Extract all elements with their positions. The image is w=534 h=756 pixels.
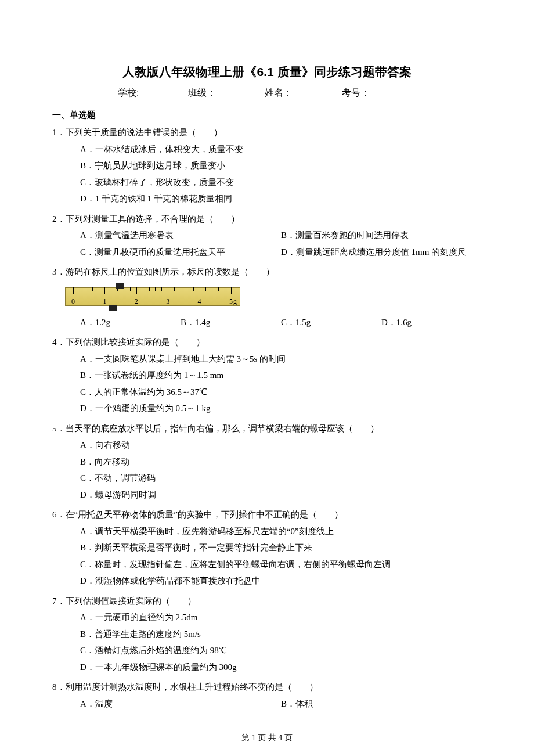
option: B．向左移动 — [80, 453, 482, 470]
question-number: 7． — [52, 593, 66, 610]
option: C．不动，调节游码 — [80, 470, 482, 487]
question-options: A．1.2gB．1.4gC．1.5gD．1.6g — [80, 314, 482, 331]
question-options: A．向右移动B．向左移动C．不动，调节游码D．螺母游码同时调 — [80, 437, 482, 503]
option: B．一张试卷纸的厚度约为 1～1.5 mm — [80, 367, 482, 384]
question-options: A．一支圆珠笔从课桌上掉到地上大约需 3～5s 的时间B．一张试卷纸的厚度约为 … — [80, 351, 482, 417]
question-options: A．测量气温选用寒暑表B．测量百米赛跑的时间选用停表C．测量几枚硬币的质量选用托… — [80, 227, 482, 260]
answer-paren: （ ） — [187, 128, 222, 137]
option: A．测量气温选用寒暑表 — [80, 227, 281, 244]
question-number: 3． — [52, 264, 66, 280]
question: 7．下列估测值最接近实际的（ ）A．一元硬币的直径约为 2.5dmB．普通学生走… — [52, 593, 482, 676]
option: C．人的正常体温约为 36.5～37℃ — [80, 384, 482, 401]
question-stem: 利用温度计测热水温度时，水银柱上升过程始终不变的是（ ） — [66, 679, 482, 696]
option: A．向右移动 — [80, 437, 482, 453]
question-stem: 下列对测量工具的选择，不合理的是（ ） — [66, 211, 482, 228]
answer-paren: （ ） — [308, 510, 343, 519]
student-info-line: 学校: 班级： 姓名： 考号： — [52, 87, 482, 99]
answer-paren: （ ） — [283, 682, 318, 692]
option: C．称量时，发现指针偏左，应将左侧的平衡螺母向右调，右侧的平衡螺母向左调 — [80, 556, 482, 573]
question-stem: 下列估测比较接近实际的是（ ） — [66, 334, 482, 351]
question-stem: 下列估测值最接近实际的（ ） — [66, 593, 482, 610]
label-name: 姓名： — [265, 88, 293, 98]
question-number: 1． — [52, 124, 66, 141]
option: A．1.2g — [80, 314, 181, 331]
question-number: 8． — [52, 679, 66, 696]
answer-paren: （ ） — [240, 267, 275, 276]
question-stem: 下列关于质量的说法中错误的是（ ） — [66, 124, 482, 141]
page-footer: 第 1 页 共 4 页 — [52, 733, 482, 743]
question: 2．下列对测量工具的选择，不合理的是（ ）A．测量气温选用寒暑表B．测量百米赛跑… — [52, 211, 482, 261]
blank-examno — [370, 99, 416, 99]
option: B．测量百米赛跑的时间选用停表 — [281, 227, 482, 244]
section-heading: 一、单选题 — [52, 110, 482, 121]
question-options: A．调节天平横梁平衡时，应先将游码移至标尺左端的“0”刻度线上B．判断天平横梁是… — [80, 523, 482, 589]
question-stem: 在“用托盘天平称物体的质量”的实验中，下列操作中不正确的是（ ） — [66, 506, 482, 523]
option: C．玻璃杯打碎了，形状改变，质量不变 — [80, 174, 482, 191]
question: 4．下列估测比较接近实际的是（ ）A．一支圆珠笔从课桌上掉到地上大约需 3～5s… — [52, 334, 482, 417]
document-page: 人教版八年级物理上册《6.1 质量》同步练习题带答案 学校: 班级： 姓名： 考… — [0, 0, 534, 756]
option: C．酒精灯点燃后外焰的温度约为 98℃ — [80, 642, 482, 659]
option: D．一个鸡蛋的质量约为 0.5～1 kg — [80, 400, 482, 417]
option: A．一杯水结成冰后，体积变大，质量不变 — [80, 141, 482, 158]
question-number: 4． — [52, 334, 66, 351]
label-school: 学校: — [118, 88, 139, 98]
option: A．调节天平横梁平衡时，应先将游码移至标尺左端的“0”刻度线上 — [80, 523, 482, 540]
label-examno: 考号： — [342, 88, 370, 98]
question-stem: 游码在标尺上的位置如图所示，标尺的读数是（ ） — [66, 264, 482, 280]
blank-name — [293, 99, 339, 99]
option: B．宇航员从地球到达月球，质量变小 — [80, 157, 482, 174]
answer-paren: （ ） — [344, 424, 379, 433]
option: A．一支圆珠笔从课桌上掉到地上大约需 3～5s 的时间 — [80, 351, 482, 368]
option: D．潮湿物体或化学药品都不能直接放在托盘中 — [80, 573, 482, 589]
blank-class — [216, 99, 262, 99]
question-stem: 当天平的底座放水平以后，指针向右偏，那么，调节横梁右端的螺母应该（ ） — [66, 420, 482, 437]
answer-paren: （ ） — [161, 596, 196, 606]
question-options: A．一元硬币的直径约为 2.5dmB．普通学生走路的速度约 5m/sC．酒精灯点… — [80, 609, 482, 675]
option: D．螺母游码同时调 — [80, 487, 482, 503]
question-number: 2． — [52, 211, 66, 228]
question: 3．游码在标尺上的位置如图所示，标尺的读数是（ ）012345gA．1.2gB．… — [52, 264, 482, 330]
question-number: 5． — [52, 420, 66, 437]
option: D．1.6g — [381, 314, 482, 331]
option: C．1.5g — [281, 314, 381, 331]
option: D．一本九年级物理课本的质量约为 300g — [80, 659, 482, 676]
label-class: 班级： — [188, 88, 216, 98]
question-number: 6． — [52, 506, 66, 523]
option: B．普通学生走路的速度约 5m/s — [80, 626, 482, 643]
question-options: A．一杯水结成冰后，体积变大，质量不变B．宇航员从地球到达月球，质量变小C．玻璃… — [80, 141, 482, 207]
answer-paren: （ ） — [205, 214, 240, 224]
question: 1．下列关于质量的说法中错误的是（ ）A．一杯水结成冰后，体积变大，质量不变B．… — [52, 124, 482, 207]
option: C．测量几枚硬币的质量选用托盘天平 — [80, 244, 281, 261]
option: B．体积 — [281, 696, 482, 712]
option: B．1.4g — [181, 314, 281, 331]
blank-school — [139, 99, 186, 99]
question: 5．当天平的底座放水平以后，指针向右偏，那么，调节横梁右端的螺母应该（ ）A．向… — [52, 420, 482, 503]
option: B．判断天平横梁是否平衡时，不一定要等指针完全静止下来 — [80, 539, 482, 556]
questions-container: 1．下列关于质量的说法中错误的是（ ）A．一杯水结成冰后，体积变大，质量不变B．… — [52, 124, 482, 712]
option: D．测量跳远距离成绩选用分度值 1mm 的刻度尺 — [281, 244, 482, 261]
page-title: 人教版八年级物理上册《6.1 质量》同步练习题带答案 — [52, 64, 482, 80]
option: A．温度 — [80, 696, 281, 712]
question: 8．利用温度计测热水温度时，水银柱上升过程始终不变的是（ ）A．温度B．体积 — [52, 679, 482, 712]
question-options: A．温度B．体积 — [80, 696, 482, 712]
option: D．1 千克的铁和 1 千克的棉花质量相同 — [80, 190, 482, 207]
ruler-figure: 012345g — [65, 283, 239, 312]
answer-paren: （ ） — [170, 337, 205, 347]
option: A．一元硬币的直径约为 2.5dm — [80, 609, 482, 626]
question: 6．在“用托盘天平称物体的质量”的实验中，下列操作中不正确的是（ ）A．调节天平… — [52, 506, 482, 589]
